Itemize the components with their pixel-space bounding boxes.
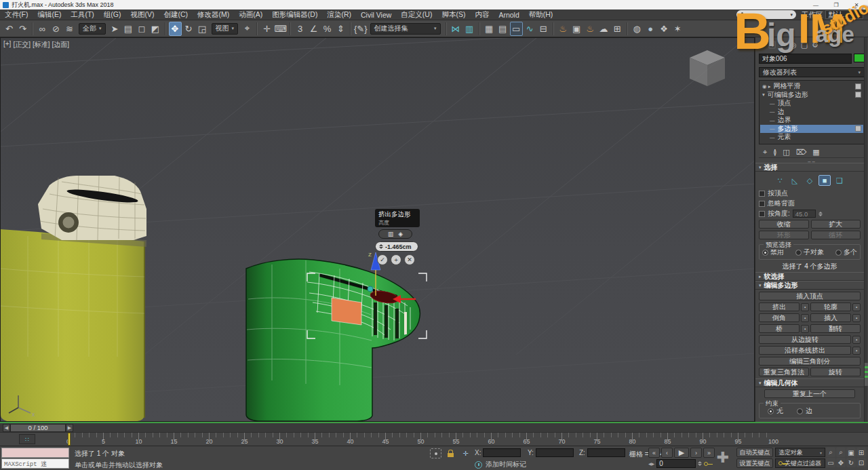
rollout-edit-geometry[interactable]: ▾ 编辑几何体 <box>755 378 864 387</box>
maximize-viewport-icon[interactable]: ⊡ <box>856 458 866 467</box>
configure-modifier-sets-icon[interactable]: ▦ <box>812 148 819 157</box>
ignore-backfacing-checkbox[interactable] <box>759 201 765 207</box>
toolbar-icon[interactable] <box>32 22 33 35</box>
edit-poly-button[interactable]: 轮廓 <box>810 302 851 311</box>
layer-explorer-icon[interactable]: ▤ <box>496 22 509 36</box>
rollout-soft-selection[interactable]: ▸ 软选择 <box>755 272 864 281</box>
stack-row-vertex[interactable]: — 顶点 <box>760 99 863 108</box>
stack-row-editable-poly[interactable]: ▾ 可编辑多边形 □ <box>760 91 863 100</box>
menu-item[interactable]: 视图(V) <box>126 9 159 20</box>
y-coord-field[interactable] <box>536 448 574 457</box>
render-setup-icon[interactable]: ♨ <box>557 22 570 36</box>
edit-poly-button[interactable]: 桥 <box>759 324 800 333</box>
remove-modifier-icon[interactable]: ⌦ <box>796 148 807 157</box>
preview-multi-radio[interactable] <box>835 250 842 256</box>
select-and-manipulate-icon[interactable]: ✛ <box>260 22 273 36</box>
by-vertex-checkbox[interactable] <box>759 191 765 197</box>
angle-spinner[interactable] <box>818 212 823 216</box>
grow-button[interactable]: 扩大 <box>811 220 861 229</box>
edit-poly-button[interactable]: 旋转 <box>810 368 861 376</box>
repeat-last-button[interactable]: 重复上一个 <box>764 389 855 398</box>
object-name-field[interactable]: 对象006 <box>759 54 852 64</box>
tab-utilities[interactable]: ⚙ <box>812 41 818 50</box>
next-frame-button[interactable]: › <box>690 448 702 458</box>
stack-row-meshsmooth[interactable]: ◉ ▸ 网格平滑 □ <box>760 82 863 91</box>
mirror-icon[interactable]: ⋈ <box>450 22 462 36</box>
go-to-start-button[interactable]: « <box>648 448 660 458</box>
previous-frame-arrow[interactable]: ◀ <box>3 424 10 432</box>
maximize-button[interactable]: ❐ <box>827 2 845 8</box>
edit-named-sets-icon[interactable]: {✎} <box>354 22 368 36</box>
select-by-name-icon[interactable]: ▤ <box>122 22 135 36</box>
edge-mode-icon[interactable]: ◺ <box>789 175 801 186</box>
loop-button[interactable]: 循环 <box>811 231 861 239</box>
workspace-dropdown[interactable]: 默认.. ▾ <box>825 10 863 19</box>
edit-poly-button[interactable]: 重复三角算法 <box>759 368 809 376</box>
make-unique-icon[interactable]: ◫ <box>783 148 789 157</box>
zoom-extents-all-icon[interactable]: ⊞ <box>856 448 866 457</box>
next-frame-arrow[interactable]: ▶ <box>66 424 73 432</box>
select-and-move-icon[interactable]: ✥ <box>169 22 182 36</box>
absolute-mode-icon[interactable]: ✛ <box>460 448 471 458</box>
asset-library-icon[interactable]: ◍ <box>631 22 644 36</box>
settings-box-button[interactable]: ▪ <box>852 303 861 311</box>
orbit-icon[interactable]: ↻ <box>846 458 856 467</box>
caddy-ok-button[interactable]: ✓ <box>377 254 388 265</box>
shrink-button[interactable]: 收缩 <box>759 220 809 229</box>
caddy-apply-button[interactable]: ＋ <box>391 254 401 265</box>
edit-poly-button[interactable]: 插入顶点 <box>759 292 861 300</box>
time-slider[interactable]: ◀ 0 / 100 ▶ <box>3 424 73 432</box>
edit-poly-button[interactable]: 编辑三角剖分 <box>759 357 861 366</box>
settings-box-button[interactable]: ▪ <box>852 336 861 344</box>
maxscript-macro-recorder[interactable] <box>1 448 69 458</box>
polygon-mode-icon[interactable]: ■ <box>818 175 831 186</box>
constraint-none-radio[interactable] <box>768 408 774 414</box>
ribbon-toggle-icon[interactable]: ▭ <box>510 22 523 36</box>
zoom-all-icon[interactable]: ⌕ <box>836 448 846 457</box>
settings-box-button[interactable]: ▪ <box>852 314 861 322</box>
spinner-icon[interactable] <box>379 244 383 249</box>
rollout-selection[interactable]: ▾ 选择 <box>755 163 864 172</box>
sign-in-control[interactable]: ▾ <box>736 10 796 19</box>
tab-display[interactable]: ▢ <box>801 41 808 50</box>
toolbar-icon[interactable] <box>256 22 258 35</box>
select-and-rotate-icon[interactable]: ↻ <box>182 22 195 36</box>
tab-modify[interactable]: ◑ <box>768 41 776 49</box>
close-button[interactable]: ✕ <box>848 2 865 8</box>
zoom-icon[interactable]: ⌕ <box>826 448 835 457</box>
menu-item[interactable]: Civil View <box>356 9 396 20</box>
menu-item[interactable]: 动画(A) <box>234 9 267 20</box>
toolbar-icon[interactable] <box>350 22 351 35</box>
settings-box-button[interactable]: ▪ <box>801 314 809 322</box>
auto-key-button[interactable]: 自动关键点 <box>736 448 773 457</box>
edit-poly-button[interactable]: 翻转 <box>810 324 861 333</box>
frame-nudge-icon[interactable]: ◀▶ <box>648 461 654 466</box>
mini-curve-editor-button[interactable]: ∷ <box>19 434 35 444</box>
use-pivot-center-icon[interactable]: ⌖ <box>241 22 254 36</box>
preview-disabled-radio[interactable] <box>762 250 768 256</box>
select-and-link-icon[interactable]: ∞ <box>36 22 49 36</box>
key-mode-icon[interactable] <box>704 462 708 466</box>
select-object-icon[interactable]: ➤ <box>108 22 121 36</box>
rollout-edit-polygons[interactable]: ▾ 编辑多边形 <box>755 281 864 290</box>
curve-editor-icon[interactable]: ∿ <box>524 22 536 36</box>
edit-poly-button[interactable]: 倒角 <box>759 313 800 322</box>
modifier-list-dropdown[interactable]: 修改器列表 ▾ <box>759 67 865 77</box>
angle-value-field[interactable]: 45.0 <box>793 210 816 218</box>
panel-scrollbar[interactable] <box>864 37 867 422</box>
add-time-tag[interactable]: 添加时间标记 <box>486 460 526 469</box>
window-crossing-icon[interactable]: ◩ <box>149 22 162 36</box>
track-bar[interactable]: ∷ 05101520253035404550556065707580859095… <box>0 433 868 446</box>
caddy-cancel-button[interactable]: ✕ <box>404 254 415 265</box>
menu-item[interactable]: 内容 <box>470 9 494 20</box>
slate-material-editor-icon[interactable]: ❖ <box>658 22 671 36</box>
time-slider-value[interactable]: 0 / 100 <box>10 424 66 432</box>
menu-item[interactable]: 编辑(E) <box>33 9 66 20</box>
caddy-height-spinner[interactable]: -1.465cm <box>375 241 418 252</box>
tab-create[interactable]: ✶ <box>758 41 764 50</box>
menu-item[interactable]: 文件(F) <box>0 9 33 20</box>
menu-item[interactable]: 图形编辑器(D) <box>267 9 322 20</box>
ring-button[interactable]: 环形 <box>759 231 809 239</box>
set-key-large-button[interactable]: ✚ <box>713 448 732 467</box>
keyboard-override-icon[interactable]: ⌨ <box>274 22 287 36</box>
